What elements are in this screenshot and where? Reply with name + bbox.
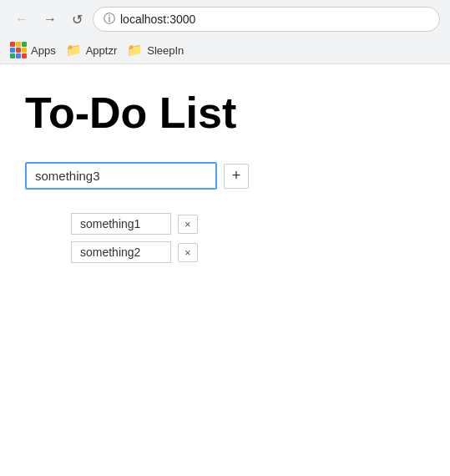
folder-icon-sleepin: 📁 — [127, 43, 143, 58]
page-title: To-Do List — [25, 89, 425, 137]
delete-button-2[interactable]: × — [178, 243, 198, 262]
reload-button[interactable]: ↺ — [67, 10, 88, 29]
list-item: something1 × — [71, 213, 425, 235]
info-icon: ⓘ — [104, 12, 115, 27]
todo-item-text-1: something1 — [71, 213, 171, 235]
bookmark-apps[interactable]: Apps — [10, 42, 56, 58]
bookmark-sleepin-label: SleepIn — [147, 44, 184, 57]
browser-chrome: ← → ↺ ⓘ localhost:3000 Apps 📁 Apptzr 📁 S… — [0, 0, 450, 64]
bookmark-apptzr-label: Apptzr — [86, 44, 118, 57]
delete-button-1[interactable]: × — [178, 215, 198, 234]
apps-grid-icon — [10, 42, 27, 58]
list-item: something2 × — [71, 241, 425, 263]
todo-list: something1 × something2 × — [25, 213, 425, 263]
todo-item-text-2: something2 — [71, 241, 171, 263]
back-button[interactable]: ← — [10, 10, 33, 28]
url-text: localhost:3000 — [120, 13, 195, 26]
page-content: To-Do List + something1 × something2 × — [0, 64, 450, 295]
bookmark-apptzr[interactable]: 📁 Apptzr — [66, 43, 118, 58]
add-button[interactable]: + — [224, 164, 249, 189]
todo-input[interactable] — [25, 162, 217, 190]
bookmarks-bar: Apps 📁 Apptzr 📁 SleepIn — [0, 38, 450, 63]
address-bar[interactable]: ⓘ localhost:3000 — [93, 7, 440, 32]
folder-icon-apptzr: 📁 — [66, 43, 82, 58]
input-section: + — [25, 162, 425, 190]
bookmark-sleepin[interactable]: 📁 SleepIn — [127, 43, 184, 58]
browser-toolbar: ← → ↺ ⓘ localhost:3000 — [0, 0, 450, 38]
forward-button[interactable]: → — [38, 10, 62, 28]
bookmark-apps-label: Apps — [31, 44, 56, 57]
